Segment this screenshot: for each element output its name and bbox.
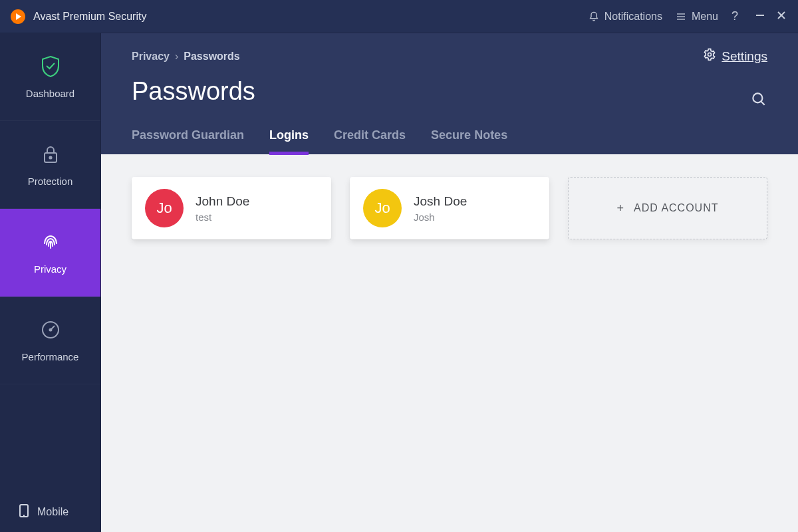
tab-credit-cards[interactable]: Credit Cards — [334, 128, 406, 154]
gauge-icon — [39, 318, 63, 342]
sidebar-item-label: Protection — [28, 176, 73, 187]
help-button[interactable]: ? — [732, 9, 738, 23]
sidebar-item-performance[interactable]: Performance — [0, 297, 100, 384]
plus-icon: + — [617, 201, 625, 215]
add-account-button[interactable]: + ADD ACCOUNT — [568, 177, 767, 239]
content: Jo John Doe test Jo Josh Doe Josh + ADD … — [101, 154, 798, 532]
login-sub: Josh — [414, 211, 467, 223]
sidebar-item-mobile[interactable]: Mobile — [0, 492, 100, 532]
login-name: John Doe — [196, 194, 249, 209]
sidebar-item-privacy[interactable]: Privacy — [0, 209, 100, 297]
login-card[interactable]: Jo Josh Doe Josh — [350, 177, 549, 239]
svg-point-11 — [49, 329, 51, 331]
tabs: Password Guardian Logins Credit Cards Se… — [132, 128, 767, 154]
breadcrumb-parent[interactable]: Privacy — [132, 51, 170, 63]
svg-point-15 — [753, 93, 762, 102]
tab-password-guardian[interactable]: Password Guardian — [132, 128, 244, 154]
lock-icon — [39, 142, 63, 166]
tab-label: Credit Cards — [334, 128, 406, 142]
avast-logo-icon — [9, 8, 27, 25]
fingerprint-icon — [39, 230, 63, 254]
avatar-initials: Jo — [156, 200, 172, 217]
page-header: Privacy › Passwords Settings Passwords — [101, 33, 798, 154]
avatar: Jo — [145, 189, 184, 227]
tab-secure-notes[interactable]: Secure Notes — [431, 128, 507, 154]
breadcrumb: Privacy › Passwords — [132, 51, 767, 63]
breadcrumb-separator: › — [175, 51, 178, 63]
notifications-label: Notifications — [604, 11, 662, 23]
login-sub: test — [196, 211, 249, 223]
shield-check-icon — [39, 55, 63, 78]
minimize-button[interactable] — [755, 11, 765, 23]
bell-icon — [589, 11, 599, 22]
settings-label: Settings — [722, 49, 767, 64]
sidebar-item-protection[interactable]: Protection — [0, 121, 100, 209]
add-account-label: ADD ACCOUNT — [634, 202, 718, 214]
avatar: Jo — [363, 189, 402, 227]
svg-point-8 — [49, 156, 51, 158]
brand: Avast Premium Security — [9, 8, 146, 25]
notifications-button[interactable]: Notifications — [589, 11, 662, 23]
login-name: Josh Doe — [414, 194, 467, 209]
sidebar-item-label: Performance — [22, 351, 79, 362]
mobile-icon — [19, 503, 29, 521]
close-button[interactable] — [777, 11, 786, 23]
main: Privacy › Passwords Settings Passwords — [101, 33, 798, 532]
sidebar-item-dashboard[interactable]: Dashboard — [0, 33, 100, 121]
svg-point-14 — [708, 53, 712, 57]
tab-label: Logins — [269, 128, 309, 142]
avatar-initials: Jo — [374, 200, 390, 217]
tab-logins[interactable]: Logins — [269, 128, 309, 154]
app-title: Avast Premium Security — [33, 11, 146, 23]
breadcrumb-current: Passwords — [184, 51, 239, 63]
tab-label: Secure Notes — [431, 128, 507, 142]
tab-label: Password Guardian — [132, 128, 244, 142]
menu-label: Menu — [692, 11, 718, 23]
titlebar: Avast Premium Security Notifications Men… — [0, 0, 798, 33]
svg-line-16 — [761, 101, 764, 104]
sidebar-item-label: Dashboard — [26, 88, 74, 99]
gear-icon — [703, 48, 716, 65]
sidebar: Dashboard Protection Priv — [0, 33, 101, 532]
page-title: Passwords — [132, 77, 767, 106]
hamburger-icon — [676, 11, 686, 22]
menu-button[interactable]: Menu — [676, 11, 718, 23]
login-card[interactable]: Jo John Doe test — [132, 177, 331, 239]
settings-link[interactable]: Settings — [703, 48, 767, 65]
search-button[interactable] — [750, 90, 767, 110]
sidebar-item-label: Privacy — [34, 263, 66, 275]
sidebar-item-label: Mobile — [37, 506, 68, 518]
